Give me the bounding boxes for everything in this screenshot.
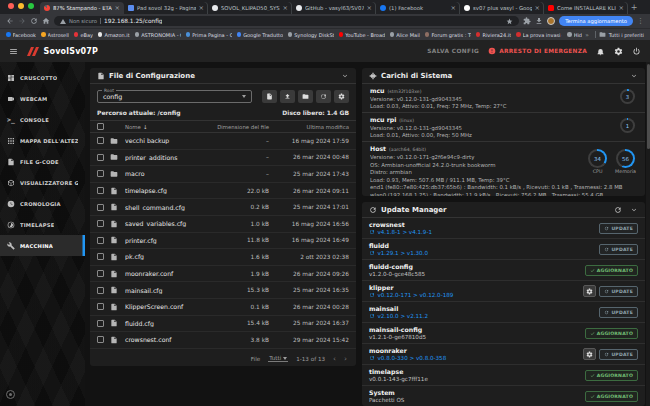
- zoom-window-button[interactable]: [28, 3, 34, 9]
- tab-close-icon[interactable]: ×: [115, 4, 120, 12]
- file-row[interactable]: printer_additions – 26 mar 2024 00:48: [90, 150, 356, 167]
- bookmarks-overflow-chevron[interactable]: »: [582, 31, 592, 38]
- version-link[interactable]: v0.12.0-171 > v0.12.0-189: [369, 292, 453, 298]
- row-checkbox[interactable]: [97, 170, 104, 177]
- tab-close-icon[interactable]: ×: [199, 4, 204, 12]
- version-link[interactable]: v0.8.0-330 > v0.8.0-358: [369, 355, 446, 361]
- version-link[interactable]: v2.10.0 > v2.11.2: [369, 313, 428, 319]
- bookmark-item[interactable]: ASTRONOMIA - C...: [135, 32, 181, 38]
- sidebar-item-console[interactable]: >_ CONSOLE: [0, 109, 85, 130]
- version-link[interactable]: v1.29.1 > v1.30.0: [369, 250, 428, 256]
- row-checkbox[interactable]: [97, 320, 104, 327]
- tab-close-icon[interactable]: ×: [451, 4, 456, 12]
- browser-tab[interactable]: GitHub - vasyl63/SV07updat ×: [292, 2, 376, 14]
- refresh-updates-icon[interactable]: [614, 206, 622, 214]
- column-size[interactable]: Dimensione del file: [207, 124, 269, 130]
- bookmark-item[interactable]: Synology DiskStati...: [288, 32, 334, 38]
- browser-tab[interactable]: sv07 plus vasyl - Google Se ×: [460, 2, 544, 14]
- power-icon[interactable]: [632, 47, 641, 56]
- update-button[interactable]: UPDATE: [599, 349, 638, 360]
- profile-avatar[interactable]: [547, 17, 555, 25]
- emergency-stop-button[interactable]: ARRESTO DI EMERGENZA: [488, 47, 587, 55]
- refresh-files-button[interactable]: [316, 90, 331, 103]
- bookmark-item[interactable]: Prima Pagina - Qu...: [186, 32, 232, 38]
- update-settings-button[interactable]: [583, 285, 596, 297]
- upload-file-button[interactable]: [280, 90, 295, 103]
- close-window-button[interactable]: [8, 3, 14, 9]
- version-link[interactable]: v4.1.8-1 > v4.1.9-1: [369, 229, 432, 235]
- update-button[interactable]: UPDATE: [599, 286, 638, 297]
- file-row[interactable]: shell_command.cfg 0.2 kB 25 mar 2024 17:…: [90, 199, 356, 216]
- row-checkbox[interactable]: [97, 237, 104, 244]
- reload-icon[interactable]: [30, 17, 38, 25]
- collapse-chevron-icon[interactable]: [630, 72, 638, 80]
- browser-tab[interactable]: Come INSTALLARE KLIP ×: [544, 2, 628, 14]
- bookmark-item[interactable]: Riviera24.it: [476, 32, 511, 38]
- file-row[interactable]: fluidd.cfg 15.4 kB 25 mar 2024 16:37: [90, 316, 356, 333]
- scrollbar-thumb[interactable]: [647, 64, 650, 149]
- sidebar-item-visualizzatore[interactable]: VISUALIZZATORE G-C...: [0, 172, 85, 193]
- bookmark-item[interactable]: Alice Mail: [390, 32, 420, 38]
- browser-tab[interactable]: Pad sovol 32g - Pagina 4 - S ×: [124, 2, 208, 14]
- bookmark-item[interactable]: YouTube - Broadca...: [339, 32, 385, 38]
- hamburger-menu-icon[interactable]: [9, 47, 18, 56]
- row-checkbox[interactable]: [97, 336, 104, 343]
- create-folder-button[interactable]: [298, 90, 313, 103]
- bookmark-item[interactable]: La prova invasi d...: [516, 32, 562, 38]
- sidebar-item-timelapse[interactable]: TIMELAPSE: [0, 214, 85, 235]
- extensions-puzzle-icon[interactable]: [523, 17, 531, 25]
- tab-close-icon[interactable]: ×: [535, 4, 540, 12]
- prev-page-icon[interactable]: ‹: [333, 355, 336, 362]
- file-row[interactable]: KlipperScreen.conf 0.1 kB 26 mar 2024 00…: [90, 299, 356, 316]
- menu-kebab-icon[interactable]: ⋮: [637, 18, 644, 25]
- column-name[interactable]: Nome↓: [125, 124, 207, 130]
- row-checkbox[interactable]: [97, 220, 104, 227]
- collapse-chevron-icon[interactable]: [630, 206, 638, 214]
- settings-icon[interactable]: [614, 47, 623, 56]
- update-settings-button[interactable]: [583, 348, 596, 360]
- address-bar[interactable]: Non sicuro 192.168.1.25/config: [54, 16, 519, 26]
- row-checkbox[interactable]: [97, 287, 104, 294]
- row-checkbox[interactable]: [97, 253, 104, 260]
- update-button[interactable]: UPDATE: [599, 307, 638, 318]
- save-config-button[interactable]: SALVA CONFIG: [427, 48, 479, 54]
- tab-close-icon[interactable]: ×: [283, 4, 288, 12]
- file-row[interactable]: pk.cfg 1.6 kB 2 ott 2023 02:38: [90, 249, 356, 266]
- sidebar-item-cruscotto[interactable]: CRUSCOTTO: [0, 67, 85, 88]
- column-modified[interactable]: Ultima modifica: [269, 124, 349, 130]
- bookmark-item[interactable]: Google Traduttore: [237, 32, 283, 38]
- sidebar-item-macchina[interactable]: MACCHINA: [0, 235, 85, 256]
- browser-tab[interactable]: SOVOL_KLIPAD50_SYSTEM ×: [208, 2, 292, 14]
- back-icon[interactable]: [6, 17, 14, 25]
- bookmark-item[interactable]: Facebook: [6, 32, 36, 38]
- files-settings-button[interactable]: [334, 90, 349, 103]
- row-checkbox[interactable]: [97, 270, 104, 277]
- new-tab-button[interactable]: +: [628, 2, 640, 14]
- home-icon[interactable]: [42, 17, 50, 25]
- update-button[interactable]: UPDATE: [599, 244, 638, 255]
- file-row[interactable]: vecchi backup – 16 mag 2024 17:59: [90, 133, 356, 150]
- bookmark-item[interactable]: Astrosell: [41, 32, 69, 38]
- row-checkbox[interactable]: [97, 187, 104, 194]
- browser-tab-active[interactable]: 87% Stampando - ETA: 08:4 ×: [40, 2, 124, 14]
- tab-close-icon[interactable]: ×: [367, 4, 372, 12]
- select-all-checkbox[interactable]: [97, 123, 104, 130]
- file-row[interactable]: macro – 25 mar 2024 17:43: [90, 166, 356, 183]
- sidebar-item-cronologia[interactable]: CRONOLOGIA: [0, 193, 85, 214]
- row-checkbox[interactable]: [97, 204, 104, 211]
- create-file-button[interactable]: [262, 90, 277, 103]
- chrome-update-button[interactable]: Termina aggiornamento: [559, 16, 633, 26]
- sidebar-item-file-gcode[interactable]: FILE G-CODE: [0, 151, 85, 172]
- file-row[interactable]: mainsail.cfg 15.3 kB 25 mar 2024 16:35: [90, 282, 356, 299]
- bookmark-star-icon[interactable]: [506, 18, 513, 25]
- root-select[interactable]: Root config: [97, 90, 252, 103]
- file-row[interactable]: printer.cfg 11.8 kB 16 mag 2024 16:49: [90, 233, 356, 250]
- next-page-icon[interactable]: ›: [344, 355, 347, 362]
- mainsail-badge-icon[interactable]: [6, 390, 15, 399]
- sidebar-item-mappa-altezza[interactable]: MAPPA DELL'ALTEZZA: [0, 130, 85, 151]
- downloads-icon[interactable]: [535, 17, 543, 25]
- collapse-chevron-icon[interactable]: [341, 72, 349, 80]
- forward-icon[interactable]: [18, 17, 26, 25]
- file-row[interactable]: saved_variables.cfg 1.0 kB 16 mag 2024 1…: [90, 216, 356, 233]
- sidebar-item-webcam[interactable]: WEBCAM: [0, 88, 85, 109]
